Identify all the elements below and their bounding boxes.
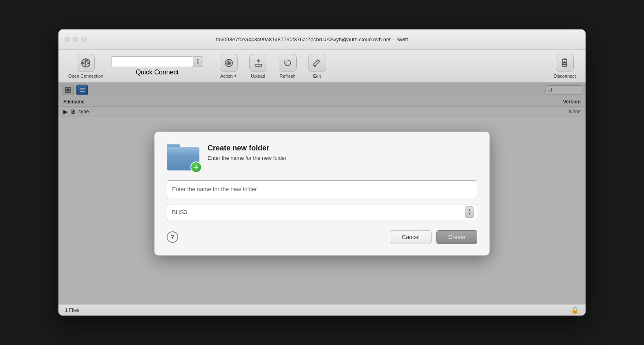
- main-window: fa6098e7fcea443499a81487790f376a:ZpchruJ…: [58, 29, 586, 316]
- upload-button[interactable]: Upload: [246, 52, 271, 80]
- help-button[interactable]: ?: [167, 231, 178, 243]
- dialog-header: + Create new folder Enter the name for t…: [167, 144, 477, 170]
- files-count: 1 Files: [65, 307, 79, 313]
- quick-connect-input[interactable]: [112, 56, 193, 67]
- upload-label: Upload: [251, 74, 265, 78]
- statusbar: 1 Files 🔒: [58, 304, 586, 316]
- action-label: Action: [220, 74, 233, 78]
- svg-line-10: [318, 60, 320, 61]
- open-connection-button[interactable]: Open Connection: [65, 52, 107, 80]
- refresh-label: Refresh: [280, 74, 295, 78]
- open-connection-label: Open Connection: [68, 74, 103, 78]
- action-icon: ⚙: [220, 54, 238, 72]
- create-button[interactable]: Create: [436, 230, 477, 244]
- dialog-footer: ? Cancel Create: [167, 230, 477, 244]
- modal-overlay: + Create new folder Enter the name for t…: [58, 83, 586, 304]
- disconnect-button[interactable]: ⏏ Disconnect: [550, 52, 579, 80]
- disconnect-icon: ⏏: [556, 54, 574, 72]
- dialog-title-block: Create new folder Enter the name for the…: [208, 144, 286, 161]
- window-title: fa6098e7fcea443499a81487790f376a:ZpchruJ…: [58, 36, 579, 43]
- edit-label: Edit: [313, 74, 321, 78]
- add-badge: +: [190, 161, 202, 173]
- dialog-title: Create new folder: [208, 144, 286, 152]
- folder-name-input[interactable]: [167, 180, 477, 198]
- dialog-subtitle: Enter the name for the new folder: [208, 155, 286, 161]
- open-connection-icon: [77, 54, 95, 72]
- refresh-button[interactable]: Refresh: [275, 52, 300, 80]
- quick-connect-container: ▲ ▼ Quick Connect: [112, 56, 203, 76]
- disconnect-label: Disconnect: [554, 74, 576, 78]
- dialog-actions: Cancel Create: [390, 230, 477, 244]
- separator-1: [210, 56, 210, 76]
- titlebar: fa6098e7fcea443499a81487790f376a:ZpchruJ…: [58, 29, 586, 50]
- svg-rect-8: [255, 64, 262, 66]
- select-arrow-icon: ▲ ▼: [465, 206, 474, 218]
- folder-icon-container: +: [167, 144, 199, 170]
- cancel-button[interactable]: Cancel: [390, 230, 432, 244]
- quick-connect-label: Quick Connect: [136, 69, 179, 76]
- create-folder-dialog: + Create new folder Enter the name for t…: [154, 132, 490, 255]
- action-button[interactable]: ⚙ Action ▼: [217, 52, 241, 80]
- edit-icon: [308, 54, 326, 72]
- refresh-icon: [279, 54, 297, 72]
- toolbar: Open Connection ▲ ▼ Quick Connect: [58, 50, 586, 83]
- quick-connect-dropdown[interactable]: ▲ ▼: [193, 56, 203, 67]
- location-select-container: BHS3 ▲ ▼: [167, 204, 477, 220]
- lock-icon: 🔒: [571, 306, 579, 314]
- content-area: Filename Version ▶ 🖥 cybe None: [58, 83, 586, 304]
- upload-icon: [249, 54, 267, 72]
- edit-button[interactable]: Edit: [305, 52, 329, 80]
- location-select[interactable]: BHS3: [167, 204, 477, 220]
